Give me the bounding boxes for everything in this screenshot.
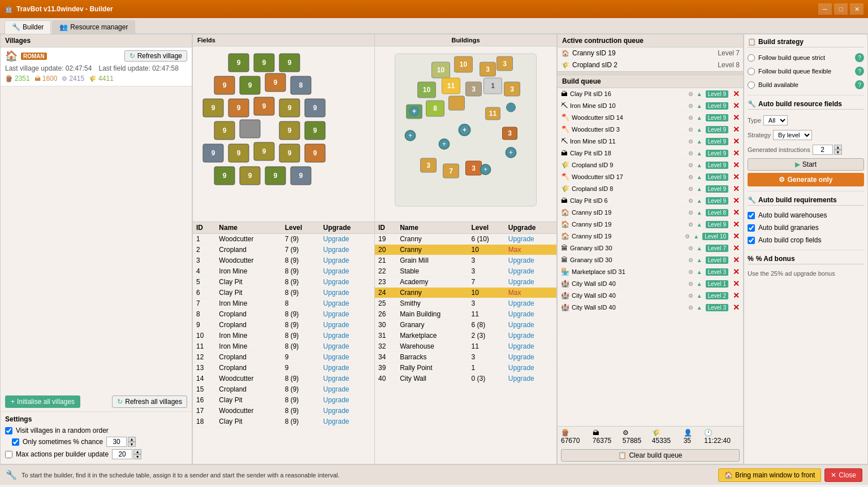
- delete-icon[interactable]: ✕: [733, 101, 740, 110]
- delete-icon[interactable]: ✕: [733, 220, 740, 229]
- table-row[interactable]: 22 Stable 3 Upgrade: [375, 266, 556, 277]
- list-item[interactable]: 🏛 Granary sID 30 ⚙ ▲ Level 7 ✕: [558, 242, 743, 254]
- available-help-btn[interactable]: ?: [855, 80, 864, 89]
- list-item[interactable]: 🏔 Clay Pit sID 18 ⚙ ▲ Level 9 ✕: [558, 147, 743, 159]
- build-available-radio[interactable]: [748, 81, 755, 89]
- table-row[interactable]: 8 Cropland 8 (9) Upgrade: [193, 309, 374, 320]
- strategy-select[interactable]: By level: [773, 130, 812, 140]
- table-row[interactable]: 7 Iron Mine 8 Upgrade: [193, 298, 374, 309]
- table-row[interactable]: 26 Main Building 11 Upgrade: [375, 309, 556, 320]
- delete-icon[interactable]: ✕: [733, 232, 740, 241]
- minimize-button[interactable]: ─: [818, 3, 832, 15]
- list-item[interactable]: 🏠 Cranny sID 19 ⚙ ▲ Level 10 ✕: [558, 231, 743, 242]
- buildings-table-container[interactable]: ID Name Level Upgrade 19 Cranny 6 (10) U…: [375, 222, 556, 464]
- auto-warehouses-checkbox[interactable]: [748, 212, 755, 219]
- max-spin-up-btn[interactable]: ▲: [133, 449, 141, 454]
- tab-builder[interactable]: 🔧 Builder: [5, 20, 51, 34]
- table-row[interactable]: 11 Iron Mine 8 (9) Upgrade: [193, 341, 374, 352]
- max-actions-checkbox[interactable]: [5, 451, 12, 458]
- table-row[interactable]: 24 Cranny 10 Max: [375, 288, 556, 298]
- list-item[interactable]: 🪓 Woodcutter sID 14 ⚙ ▲ Level 9 ✕: [558, 112, 743, 124]
- table-row[interactable]: 14 Woodcutter 8 (9) Upgrade: [193, 373, 374, 384]
- only-sometimes-input[interactable]: 30: [106, 437, 127, 447]
- clear-build-queue-button[interactable]: 📋 Clear build queue: [561, 449, 740, 462]
- table-row[interactable]: 4 Iron Mine 8 (9) Upgrade: [193, 266, 374, 277]
- only-sometimes-checkbox[interactable]: [12, 438, 19, 446]
- table-row[interactable]: 23 Academy 7 Upgrade: [375, 277, 556, 288]
- list-item[interactable]: 🌾 Cropland sID 8 ⚙ ▲ Level 9 ✕: [558, 183, 743, 195]
- list-item[interactable]: 🪓 Woodcutter sID 3 ⚙ ▲ Level 9 ✕: [558, 124, 743, 136]
- start-button[interactable]: ▶ Start: [748, 158, 864, 171]
- delete-icon[interactable]: ✕: [733, 291, 740, 300]
- table-row[interactable]: 32 Warehouse 11 Upgrade: [375, 341, 556, 352]
- strict-help-btn[interactable]: ?: [855, 53, 864, 62]
- list-item[interactable]: 🏰 City Wall sID 40 ⚙ ▲ Level 3 ✕: [558, 302, 743, 314]
- table-row[interactable]: 2 Cropland 7 (9) Upgrade: [193, 245, 374, 255]
- max-actions-input[interactable]: 20: [112, 449, 132, 459]
- auto-crop-fields-checkbox[interactable]: [748, 237, 755, 244]
- delete-icon[interactable]: ✕: [733, 149, 740, 158]
- delete-icon[interactable]: ✕: [733, 113, 740, 122]
- delete-icon[interactable]: ✕: [733, 125, 740, 134]
- follow-flexible-radio[interactable]: [748, 68, 755, 75]
- fields-table-container[interactable]: ID Name Level Upgrade 1 Woodcutter 7 (9)…: [193, 222, 375, 464]
- table-row[interactable]: 3 Woodcutter 8 (9) Upgrade: [193, 255, 374, 266]
- type-select[interactable]: All: [763, 115, 788, 125]
- list-item[interactable]: 🌾 Cropland sID 9 ⚙ ▲ Level 9 ✕: [558, 159, 743, 171]
- table-row[interactable]: 15 Cropland 8 (9) Upgrade: [193, 384, 374, 395]
- list-item[interactable]: 🏔 Clay Pit sID 16 ⚙ ▲ Level 9 ✕: [558, 88, 743, 100]
- generated-input[interactable]: 2: [813, 145, 833, 155]
- table-row[interactable]: 16 Clay Pit 8 (9) Upgrade: [193, 395, 374, 406]
- delete-icon[interactable]: ✕: [733, 244, 740, 253]
- table-row[interactable]: 39 Rally Point 1 Upgrade: [375, 363, 556, 373]
- delete-icon[interactable]: ✕: [733, 172, 740, 181]
- list-item[interactable]: 🏠 Cranny sID 19 ⚙ ▲ Level 8 ✕: [558, 207, 743, 219]
- table-row[interactable]: 30 Granary 6 (8) Upgrade: [375, 320, 556, 331]
- list-item[interactable]: 🏪 Marketplace sID 31 ⚙ ▲ Level 3 ✕: [558, 266, 743, 278]
- generate-only-button[interactable]: ⚙ Generate only: [748, 173, 864, 186]
- table-row[interactable]: 12 Cropland 9 Upgrade: [193, 352, 374, 363]
- refresh-all-villages-button[interactable]: ↻ Refresh all villages: [112, 395, 187, 408]
- table-row[interactable]: 5 Clay Pit 8 (9) Upgrade: [193, 277, 374, 288]
- refresh-village-button[interactable]: ↻ Refresh village: [124, 50, 187, 62]
- auto-granaries-checkbox[interactable]: [748, 224, 755, 232]
- delete-icon[interactable]: ✕: [733, 137, 740, 146]
- init-all-villages-button[interactable]: + Initialise all villages: [5, 395, 80, 408]
- table-row[interactable]: 20 Cranny 10 Max: [375, 245, 556, 255]
- list-item[interactable]: 🏠 Cranny sID 19 ⚙ ▲ Level 9 ✕: [558, 219, 743, 231]
- table-row[interactable]: 1 Woodcutter 7 (9) Upgrade: [193, 234, 374, 245]
- visit-random-checkbox[interactable]: [5, 427, 12, 434]
- list-item[interactable]: 🏔 Clay Pit sID 6 ⚙ ▲ Level 9 ✕: [558, 195, 743, 207]
- delete-icon[interactable]: ✕: [733, 303, 740, 312]
- spin-up-btn[interactable]: ▲: [128, 437, 136, 442]
- table-row[interactable]: 21 Grain Mill 3 Upgrade: [375, 255, 556, 266]
- gen-spin-up[interactable]: ▲: [834, 145, 842, 150]
- list-item[interactable]: 🏰 City Wall sID 40 ⚙ ▲ Level 1 ✕: [558, 278, 743, 290]
- delete-icon[interactable]: ✕: [733, 279, 740, 288]
- bring-front-button[interactable]: 🏠 Bring main window to front: [718, 468, 821, 482]
- max-spin-down-btn[interactable]: ▼: [133, 454, 141, 459]
- list-item[interactable]: ⛏ Iron Mine sID 11 ⚙ ▲ Level 9 ✕: [558, 136, 743, 147]
- table-row[interactable]: 17 Woodcutter 8 (9) Upgrade: [193, 406, 374, 416]
- delete-icon[interactable]: ✕: [733, 208, 740, 217]
- spin-down-btn[interactable]: ▼: [128, 442, 136, 447]
- table-row[interactable]: 31 Marketplace 2 (3) Upgrade: [375, 331, 556, 341]
- table-row[interactable]: 18 Clay Pit 8 (9) Upgrade: [193, 416, 374, 427]
- table-row[interactable]: 9 Cropland 8 (9) Upgrade: [193, 320, 374, 331]
- table-row[interactable]: 13 Cropland 9 Upgrade: [193, 363, 374, 373]
- delete-icon[interactable]: ✕: [733, 160, 740, 169]
- table-row[interactable]: 25 Smithy 3 Upgrade: [375, 298, 556, 309]
- delete-icon[interactable]: ✕: [733, 184, 740, 193]
- close-button[interactable]: ✕ Close: [824, 468, 862, 482]
- delete-icon[interactable]: ✕: [733, 89, 740, 98]
- table-row[interactable]: 6 Clay Pit 8 (9) Upgrade: [193, 288, 374, 298]
- table-row[interactable]: 40 City Wall 0 (3) Upgrade: [375, 373, 556, 384]
- tab-resource-manager[interactable]: 👥 Resource manager: [52, 20, 135, 33]
- delete-icon[interactable]: ✕: [733, 196, 740, 205]
- gen-spin-down[interactable]: ▼: [834, 150, 842, 155]
- table-row[interactable]: 19 Cranny 6 (10) Upgrade: [375, 234, 556, 245]
- list-item[interactable]: ⛏ Iron Mine sID 10 ⚙ ▲ Level 9 ✕: [558, 100, 743, 112]
- list-item[interactable]: 🏰 City Wall sID 40 ⚙ ▲ Level 2 ✕: [558, 290, 743, 302]
- close-window-button[interactable]: ✕: [850, 3, 863, 15]
- follow-strict-radio[interactable]: [748, 54, 755, 62]
